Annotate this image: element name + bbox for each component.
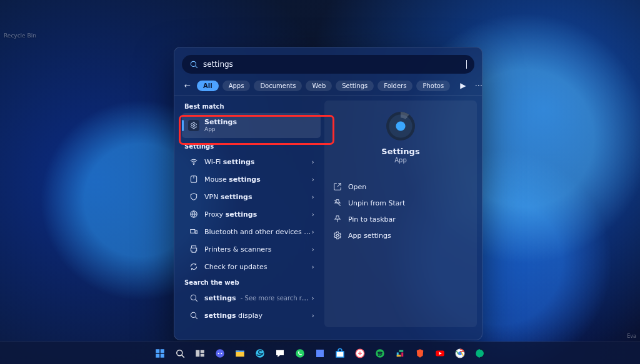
svg-rect-23 — [316, 350, 324, 357]
whatsapp-icon — [294, 348, 306, 359]
section-settings: Settings — [184, 143, 322, 150]
taskbar-edge[interactable] — [252, 345, 268, 362]
result-label: Check for updates — [204, 263, 312, 271]
tab-web[interactable]: Web — [306, 81, 332, 91]
best-match-result[interactable]: Settings App — [182, 113, 321, 138]
preview-action-pin[interactable]: Pin to taskbar — [331, 211, 471, 227]
taskbar-slack[interactable] — [392, 345, 408, 362]
settings-result[interactable]: Wi-Fi settings› — [182, 153, 321, 170]
taskbar-canary[interactable] — [472, 345, 488, 362]
start-icon — [154, 348, 166, 359]
activation-watermark: Eva — [627, 333, 636, 339]
explorer-icon — [234, 348, 246, 359]
taskbar-youtube[interactable] — [432, 345, 448, 362]
chat-button[interactable]: ▶ — [458, 81, 468, 90]
result-label: Proxy settings — [204, 210, 312, 219]
search-input[interactable] — [203, 60, 466, 69]
svg-point-2 — [193, 125, 195, 127]
web-result[interactable]: settings - See more search results› — [182, 289, 321, 307]
taskbar-discord[interactable] — [212, 345, 228, 362]
result-label: Mouse settings — [204, 175, 312, 184]
chevron-right-icon: › — [312, 210, 314, 219]
settings-result[interactable]: Check for updates› — [182, 258, 321, 275]
more-options-button[interactable]: ⋯ — [472, 81, 482, 90]
svg-point-12 — [177, 350, 182, 355]
svg-rect-14 — [201, 350, 204, 353]
chevron-right-icon: › — [312, 245, 314, 253]
taskbar-search[interactable] — [172, 345, 188, 362]
svg-point-7 — [336, 234, 339, 237]
taskbar-start[interactable] — [152, 345, 168, 362]
pin-icon — [333, 215, 342, 224]
taskbar-app-blue[interactable] — [312, 345, 328, 362]
app-badge-icon — [354, 348, 366, 359]
text-caret — [466, 60, 467, 69]
svg-point-5 — [191, 295, 196, 300]
svg-point-0 — [191, 61, 196, 66]
preview-action-open[interactable]: Open — [331, 179, 471, 195]
youtube-icon — [434, 348, 446, 359]
taskbar-brave[interactable] — [412, 345, 428, 362]
tab-folders[interactable]: Folders — [378, 81, 412, 91]
wifi-icon — [189, 157, 198, 166]
preview-app-icon — [386, 112, 415, 140]
svg-point-34 — [458, 352, 462, 355]
settings-result[interactable]: VPN settings› — [182, 188, 321, 205]
best-match-subtitle: App — [204, 126, 237, 133]
svg-point-6 — [191, 312, 196, 317]
preview-action-gear[interactable]: App settings — [331, 227, 471, 243]
svg-point-3 — [193, 164, 194, 165]
taskbar-task-view[interactable] — [192, 345, 208, 362]
discord-icon — [214, 348, 226, 359]
chevron-right-icon: › — [312, 175, 314, 184]
globe-icon — [189, 210, 198, 219]
search-box[interactable] — [182, 55, 474, 74]
settings-result[interactable]: Mouse settings› — [182, 170, 321, 188]
spotify-icon — [374, 348, 386, 359]
svg-point-16 — [216, 349, 224, 358]
edge-icon — [254, 348, 266, 359]
svg-rect-28 — [399, 350, 404, 352]
svg-rect-29 — [401, 352, 403, 357]
svg-rect-15 — [201, 353, 204, 357]
web-result[interactable]: settings display› — [182, 307, 321, 324]
taskbar-app-badge[interactable] — [352, 345, 368, 362]
tab-settings[interactable]: Settings — [336, 81, 374, 91]
search-icon — [174, 348, 186, 359]
tab-all[interactable]: All — [197, 81, 219, 91]
desktop-wallpaper: Recycle Bin Eva ← All Apps Documents Web… — [0, 0, 640, 364]
chevron-right-icon: › — [312, 158, 314, 166]
taskbar-explorer[interactable] — [232, 345, 248, 362]
settings-result[interactable]: Proxy settings› — [182, 205, 321, 223]
chevron-right-icon: › — [312, 312, 314, 320]
result-label: Wi-Fi settings — [204, 158, 312, 166]
taskbar-store[interactable] — [332, 345, 348, 362]
task-view-icon — [194, 348, 206, 359]
svg-rect-13 — [196, 350, 199, 357]
recycle-bin-label: Recycle Bin — [4, 32, 36, 39]
store-icon — [334, 348, 346, 359]
taskbar-whatsapp[interactable] — [292, 345, 308, 362]
chevron-right-icon: › — [312, 294, 314, 302]
tab-photos[interactable]: Photos — [416, 81, 450, 91]
svg-point-17 — [218, 352, 219, 353]
svg-rect-9 — [161, 349, 164, 353]
start-search-panel: ← All Apps Documents Web Settings Folder… — [174, 47, 482, 340]
devices-icon — [189, 227, 198, 236]
tab-documents[interactable]: Documents — [254, 81, 302, 91]
action-label: Pin to taskbar — [348, 215, 396, 224]
search-icon — [189, 311, 198, 320]
settings-result[interactable]: Printers & scanners› — [182, 240, 321, 258]
app-blue-icon — [314, 348, 326, 359]
tab-apps[interactable]: Apps — [222, 81, 251, 91]
preview-action-unpin[interactable]: Unpin from Start — [331, 195, 471, 211]
taskbar-chrome[interactable] — [452, 345, 468, 362]
section-best-match: Best match — [184, 103, 322, 110]
settings-result[interactable]: Bluetooth and other devices settings› — [182, 223, 321, 240]
selection-indicator — [182, 120, 184, 131]
taskbar-spotify[interactable] — [372, 345, 388, 362]
taskbar-chat[interactable] — [272, 345, 288, 362]
back-button[interactable]: ← — [182, 80, 193, 91]
shield-icon — [189, 192, 198, 201]
chrome-icon — [454, 348, 466, 359]
